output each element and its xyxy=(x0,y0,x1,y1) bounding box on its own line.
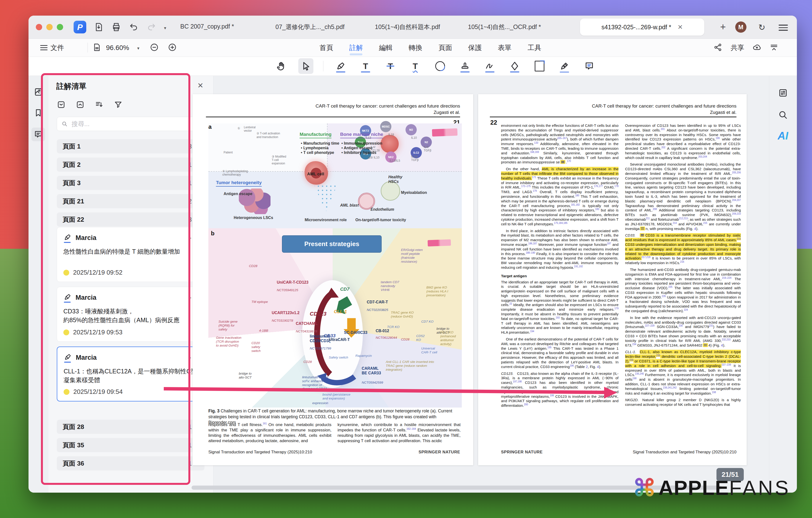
annotation-search[interactable] xyxy=(57,117,204,131)
zoom-in-icon[interactable] xyxy=(168,39,177,57)
page-view-icon[interactable] xyxy=(92,39,101,57)
hand-tool[interactable] xyxy=(273,58,289,74)
page-group-row[interactable]: 頁面 22 3 › xyxy=(57,212,204,226)
select-tool[interactable] xyxy=(298,58,313,74)
screen: P ▾ BC 2007_copy.pdf *07_選修化學上..._ch5.pd… xyxy=(0,0,812,518)
pink-highlight-mark xyxy=(428,239,451,246)
collapse-all-icon[interactable] xyxy=(57,100,65,110)
annotation-toolbar: T T T xyxy=(29,57,797,76)
annotation-text: CLL-1：也稱為CLEC12A，是一種髓系抑制性C型凝集素樣受體 xyxy=(64,367,198,384)
figure-label: IL4/CCL28 xyxy=(371,145,380,152)
page-group-row[interactable]: 頁面 21 2 › xyxy=(57,194,204,208)
close-tab-icon[interactable]: ✕ xyxy=(677,23,683,31)
page-group-row[interactable]: 頁面 2 1 › xyxy=(57,158,204,172)
page-group-row[interactable]: 頁面 1 3 › xyxy=(57,139,204,154)
signature-tool[interactable] xyxy=(482,58,497,74)
search-input[interactable] xyxy=(71,120,200,128)
figure-label: Bone marrow niche xyxy=(340,132,383,138)
page-group-row[interactable]: 頁面 28 1 › xyxy=(57,420,204,434)
page-group-row[interactable]: 頁面 35 1 › xyxy=(57,438,204,452)
ai-assistant-icon[interactable]: AI xyxy=(776,129,790,143)
note-tool[interactable] xyxy=(582,58,597,74)
account-avatar[interactable]: M xyxy=(735,22,747,33)
zoom-dropdown-caret[interactable]: ▾ xyxy=(137,46,139,51)
expand-all-icon[interactable] xyxy=(76,100,85,110)
undo-icon[interactable] xyxy=(129,22,139,32)
annotation-card[interactable]: Marcia ··· CLL-1：也稱為CLEC12A，是一種髓系抑制性C型凝集… xyxy=(57,347,204,402)
figure-label: Anti CLL-1 CAR site inserted intoTRAC ge… xyxy=(386,360,434,372)
document-tab[interactable]: 07_選修化學上..._ch5.pdf xyxy=(276,23,344,31)
sync-icon[interactable]: ↻ xyxy=(758,22,765,32)
new-tab-button[interactable]: + xyxy=(720,22,726,32)
figure-label: PD-1 KO(enhancedantitumoractivity) xyxy=(440,330,456,346)
strikethrough-tool[interactable]: T xyxy=(383,58,398,74)
stamp-tool[interactable] xyxy=(457,58,472,74)
search-document-icon[interactable] xyxy=(776,108,790,122)
share-icon[interactable] xyxy=(714,43,722,53)
right-sidebar-rail: AI xyxy=(769,76,797,493)
ribbon-menu-item[interactable]: 表單 xyxy=(498,43,512,52)
annotation-timestamp: 2025/12/19 09:53 xyxy=(73,328,122,336)
publisher-footer: SPRINGER NATURE xyxy=(501,450,543,455)
annotation-card[interactable]: Marcia ··· 急性髓性白血病的特徵是 T 細胞的數量增加 2025/12… xyxy=(57,227,204,282)
redo-icon xyxy=(146,22,156,32)
figure-label: Antigen escape xyxy=(224,192,252,196)
figure-label: Lentiviralvector xyxy=(244,126,256,132)
close-panel-icon[interactable]: ✕ xyxy=(197,81,203,90)
close-window-button[interactable] xyxy=(36,24,42,30)
highlighter-tool[interactable] xyxy=(333,58,348,74)
zoom-level[interactable]: 96.60% xyxy=(106,39,129,57)
rectangle-shape-tool[interactable] xyxy=(532,58,547,74)
underline-tool[interactable]: T xyxy=(358,58,373,74)
figure-label: IL4/TGFβ xyxy=(424,145,431,152)
document-tab[interactable]: 105(1~4)自然科題本.pdf xyxy=(375,23,440,31)
file-menu-button[interactable]: 文件 xyxy=(40,39,64,57)
ribbon-menu-item[interactable]: 註解 xyxy=(349,43,363,52)
save-icon[interactable] xyxy=(94,22,104,32)
active-document-tab[interactable]: s41392-025-...269-w.pdf * ✕ xyxy=(580,19,704,36)
ribbon-menu-item[interactable]: 首頁 xyxy=(319,43,333,52)
annotation-count: 1 xyxy=(188,442,192,449)
page-group-row[interactable]: 頁面 36 1 › xyxy=(57,456,204,470)
history-dropdown-caret[interactable]: ▾ xyxy=(164,25,166,31)
ellipse-shape-tool[interactable] xyxy=(433,58,448,74)
figure-label: CD7 xyxy=(340,287,349,292)
app-menu-icon[interactable] xyxy=(779,23,788,32)
figure-label: IL10 xyxy=(411,136,417,139)
squiggly-underline-tool[interactable]: T xyxy=(408,58,423,74)
share-label[interactable]: 共享 xyxy=(731,43,744,52)
collapse-toolbar-icon[interactable] xyxy=(770,43,778,53)
sort-icon[interactable] xyxy=(95,100,104,110)
minimize-window-button[interactable] xyxy=(46,24,53,30)
document-tab[interactable]: BC 2007_copy.pdf * xyxy=(180,23,234,30)
highlight-annotation-icon xyxy=(63,233,71,242)
highlight-color-dot xyxy=(63,329,69,335)
ribbon-menu-item[interactable]: 編輯 xyxy=(379,43,393,52)
diamond-shape-tool[interactable] xyxy=(507,58,522,74)
thumbnails-icon[interactable] xyxy=(31,85,45,99)
page-group-label: 頁面 1 xyxy=(63,142,188,151)
ribbon-menu-item[interactable]: 保護 xyxy=(468,43,482,52)
figure-label: Tumor heterogeneity xyxy=(216,180,262,186)
ribbon-menu: 首頁註解編輯轉換頁面保護表單工具 xyxy=(319,39,541,57)
figure-label: UniversalCAR-T cell xyxy=(422,347,437,354)
file-menu-label: 文件 xyxy=(51,43,64,52)
cloud-upload-icon[interactable] xyxy=(753,43,761,53)
figure-label: Heterogeneous LSCs xyxy=(234,216,273,220)
ribbon-menu-item[interactable]: 工具 xyxy=(528,43,541,52)
annotations-list-icon[interactable] xyxy=(31,128,45,141)
zoom-window-button[interactable] xyxy=(57,24,63,30)
annotation-card[interactable]: Marcia ··· CD33：唾液酸殘基刺激，約85%的急性髓性白血病（AML… xyxy=(57,287,204,342)
bookmarks-icon[interactable] xyxy=(31,106,45,120)
ribbon-menu-item[interactable]: 頁面 xyxy=(438,43,452,52)
filter-icon[interactable] xyxy=(114,100,123,110)
zoom-out-icon[interactable] xyxy=(150,39,158,57)
pen-tool[interactable] xyxy=(557,58,572,74)
highlight-color-dot xyxy=(63,270,69,276)
ribbon-menu-item[interactable]: 轉換 xyxy=(409,43,422,52)
print-icon[interactable] xyxy=(111,22,121,32)
figure3-panel-a: a Lentiviralvector① ② T-cell activation … xyxy=(208,124,462,228)
properties-panel-icon[interactable] xyxy=(776,86,790,100)
document-tab[interactable]: 105(1~4)自然..._OCR.pdf * xyxy=(468,23,541,31)
page-group-row[interactable]: 頁面 3 1 › xyxy=(57,176,204,190)
